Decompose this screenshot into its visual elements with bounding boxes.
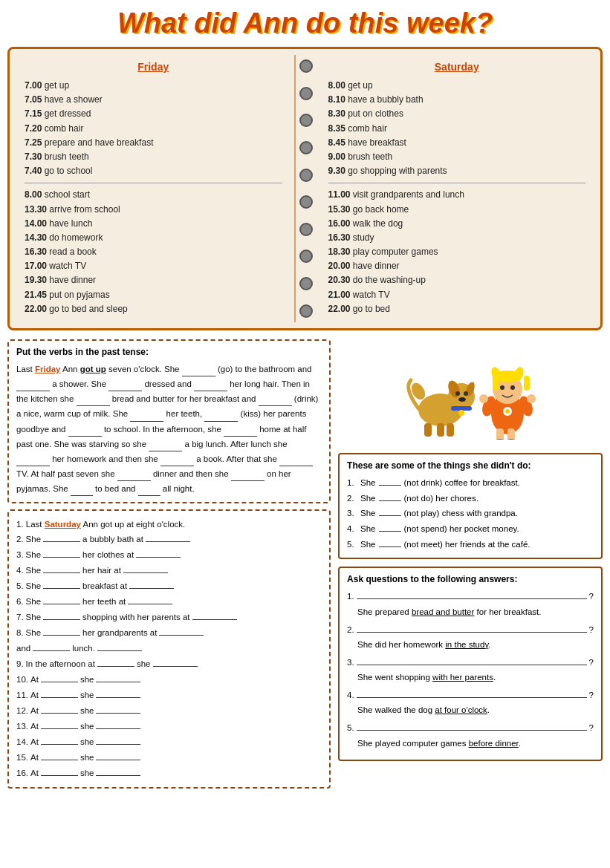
svg-point-4: [455, 391, 460, 396]
blank-put[interactable]: [231, 471, 265, 481]
friday-item: 13.30 arrive from school: [25, 203, 282, 217]
sat-blank-8-1[interactable]: [97, 656, 134, 667]
left-column: Put the verbs in the past tense: Last Fr…: [7, 339, 331, 794]
saturday-ex-item: 10. At she: [16, 672, 322, 687]
didnt-blank-0[interactable]: [379, 475, 401, 486]
friday-item: 7.40 go to school: [25, 164, 282, 178]
sat-blank-11-2[interactable]: [96, 703, 140, 714]
blank-had[interactable]: [16, 381, 50, 391]
sat-blank-9-1[interactable]: [41, 672, 78, 682]
spiral-ring: [299, 304, 313, 318]
sat-blank-1-2[interactable]: [136, 547, 181, 558]
sat-blank-8-2[interactable]: [153, 656, 198, 667]
question-line-1[interactable]: [357, 622, 587, 633]
sat-blank-0-2[interactable]: [146, 532, 190, 542]
sat-blank-11-1[interactable]: [41, 703, 78, 714]
question-line-2[interactable]: [357, 655, 587, 665]
saturday-items: 8.00 get up8.10 have a bubbly bath8.30 p…: [328, 79, 586, 316]
blank-combed[interactable]: [194, 381, 227, 391]
saturday-item: 22.00 go to bed: [328, 302, 586, 316]
question-line-4[interactable]: [357, 720, 587, 731]
blank-got[interactable]: [108, 381, 142, 391]
questions-title: Ask questions to the following answers:: [347, 574, 594, 584]
blank-made[interactable]: [77, 396, 110, 406]
sat-blank-7-2[interactable]: [97, 641, 142, 651]
sat-blank-5-1[interactable]: [43, 610, 80, 620]
sat-blank-2-1[interactable]: [43, 563, 80, 573]
blank-kissed[interactable]: [204, 411, 238, 422]
question-line-0[interactable]: [357, 589, 587, 599]
svg-rect-21: [524, 376, 530, 391]
sat-blank-15-1[interactable]: [41, 766, 78, 776]
didnt-blank-1[interactable]: [379, 491, 401, 501]
sat-blank-6-1[interactable]: [43, 625, 80, 636]
sat-blank-14-1[interactable]: [41, 750, 78, 760]
sat-blank-4-2[interactable]: [128, 594, 172, 604]
didnt-blank-3[interactable]: [379, 521, 401, 532]
sat-blank-14-2[interactable]: [96, 750, 140, 760]
saturday-title: Saturday: [328, 61, 586, 73]
sat-blank-4-1[interactable]: [43, 594, 80, 604]
sat-blank-12-2[interactable]: [96, 719, 140, 729]
saturday-item: 15.30 go back home: [328, 203, 586, 217]
question-item: 1. ? She prepared bread and butter for h…: [347, 589, 594, 619]
friday-item: 21.45 put on pyjamas: [25, 288, 282, 302]
sat-blank-0-1[interactable]: [43, 532, 80, 542]
sat-blank-6-2[interactable]: [159, 625, 204, 636]
blank-drank[interactable]: [259, 396, 292, 406]
saturday-ex-item: 15. At she: [16, 750, 322, 765]
saturday-item: 16.30 study: [328, 231, 586, 245]
blank-arrived[interactable]: [224, 426, 257, 437]
question-item: 3. ? She went shopping with her parents.: [347, 655, 594, 685]
svg-point-24: [500, 385, 504, 390]
spiral: [296, 55, 317, 322]
didnt-do-title: These are some of the things she didn't …: [347, 460, 594, 471]
blank-went-bed[interactable]: [71, 486, 93, 496]
sat-blank-1-1[interactable]: [43, 547, 80, 558]
blank-read[interactable]: [160, 456, 194, 466]
spiral-ring: [299, 249, 313, 263]
friday-highlight: Friday: [35, 365, 61, 373]
question-item: 2. ? She did her homework in the study.: [347, 622, 594, 652]
friday-item: 22.00 go to bed and sleep: [25, 302, 282, 316]
exercise1-box: Put the verbs in the past tense: Last Fr…: [7, 339, 331, 503]
blank-did[interactable]: [16, 456, 50, 466]
question-line-3[interactable]: [357, 688, 587, 698]
blank-brushed[interactable]: [130, 411, 163, 422]
sat-blank-10-2[interactable]: [96, 688, 140, 698]
friday-item: 7.30 brush teeth: [25, 150, 282, 164]
blank-slept[interactable]: [138, 486, 160, 496]
didnt-blank-2[interactable]: [379, 506, 401, 516]
sat-blank-7-1[interactable]: [33, 641, 70, 651]
blank-ate[interactable]: [149, 441, 182, 451]
sat-blank-2-2[interactable]: [123, 563, 168, 573]
sat-blank-9-2[interactable]: [96, 672, 140, 682]
friday-item: 8.00 school start: [25, 188, 282, 202]
spiral-ring: [299, 223, 313, 236]
sat-blank-3-2[interactable]: [129, 578, 174, 589]
friday-item: 14.30 do homework: [25, 231, 282, 245]
blank-went[interactable]: [68, 426, 102, 437]
didnt-blank-4[interactable]: [379, 537, 401, 547]
saturday-item: 11.00 visit grandparents and lunch: [328, 188, 586, 202]
sat-blank-13-2[interactable]: [96, 734, 140, 745]
svg-rect-11: [447, 423, 454, 437]
blank-go[interactable]: [182, 366, 215, 376]
sat-blank-5-2[interactable]: [192, 610, 237, 620]
friday-item: 7.05 have a shower: [25, 93, 282, 107]
sat-blank-12-1[interactable]: [41, 719, 78, 729]
blank-watched[interactable]: [279, 456, 313, 466]
spiral-ring: [299, 59, 313, 73]
saturday-ex-item: 6. She her teeth at: [16, 594, 322, 609]
sat-blank-15-2[interactable]: [96, 766, 140, 776]
blank-had-dinner[interactable]: [117, 471, 151, 481]
saturday-item: 8.30 put on clothes: [328, 107, 586, 121]
spiral-ring: [299, 87, 313, 100]
spiral-ring: [299, 195, 313, 209]
sat-blank-13-1[interactable]: [41, 734, 78, 745]
saturday-ex-item: 12. At she: [16, 703, 322, 718]
friday-item: 7.00 get up: [25, 79, 282, 93]
saturday-ex-item: 7. She shopping with her parents at: [16, 610, 322, 624]
sat-blank-10-1[interactable]: [41, 688, 78, 698]
sat-blank-3-1[interactable]: [43, 578, 80, 589]
